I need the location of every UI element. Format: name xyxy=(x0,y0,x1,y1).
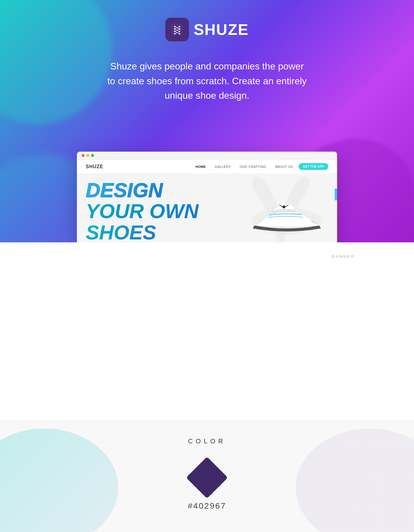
logo-area: SHUZE xyxy=(165,18,249,41)
brand-name: SHUZE xyxy=(194,21,249,38)
svg-rect-0 xyxy=(171,24,183,35)
color-diamond-container: #402967 xyxy=(188,463,226,511)
shoe-svg xyxy=(245,180,328,239)
color-hex-value: #402967 xyxy=(188,501,226,511)
get-app-button[interactable]: GET THE APP xyxy=(299,163,328,170)
browser-minimize-dot xyxy=(86,154,89,157)
site-headline: DESIGN YOUR OWN SHOES xyxy=(86,180,199,242)
svg-point-16 xyxy=(282,205,285,208)
nav-link-about[interactable]: ABOUT US xyxy=(275,165,293,168)
site-logo-text: SHUZE xyxy=(86,164,103,169)
browser-content: SHUZE HOME GALLERY OUR CRAFTING ABOUT US… xyxy=(77,160,337,242)
logo-shoe-icon xyxy=(169,22,185,37)
banner-label: BANNER xyxy=(332,254,355,259)
hero-tagline: Shuze gives people and companies the pow… xyxy=(106,59,308,103)
bottom-section: COLOR #402967 xyxy=(0,420,414,532)
headline-your-own: YOUR OWN xyxy=(86,201,199,222)
nav-link-gallery[interactable]: GALLERY xyxy=(215,165,231,168)
site-nav-links: HOME GALLERY OUR CRAFTING ABOUT US xyxy=(195,165,293,168)
headline-shoes: SHOES xyxy=(86,222,199,242)
browser-nav-bar xyxy=(77,152,337,160)
color-swatch xyxy=(186,457,228,498)
browser-close-dot xyxy=(82,154,85,157)
headline-design: DESIGN xyxy=(86,180,199,201)
site-navbar: SHUZE HOME GALLERY OUR CRAFTING ABOUT US… xyxy=(77,160,337,174)
browser-maximize-dot xyxy=(91,154,94,157)
site-hero-content: CUST ZI DESIGN YOUR OWN SHOES xyxy=(77,174,337,242)
blue-accent-right xyxy=(335,189,337,200)
bottom-wave-left xyxy=(0,429,118,532)
nav-link-crafting[interactable]: OUR CRAFTING xyxy=(240,165,266,168)
hero-section: SHUZE Shuze gives people and companies t… xyxy=(0,0,414,242)
nav-link-home[interactable]: HOME xyxy=(195,165,206,168)
bottom-wave-right xyxy=(296,429,414,532)
mid-section: BANNER xyxy=(0,242,414,420)
browser-mockup: SHUZE HOME GALLERY OUR CRAFTING ABOUT US… xyxy=(77,152,337,242)
color-section-title: COLOR xyxy=(188,437,226,445)
shoe-illustration xyxy=(245,180,328,239)
hero-wave-tl xyxy=(0,0,112,124)
logo-icon xyxy=(165,18,189,41)
